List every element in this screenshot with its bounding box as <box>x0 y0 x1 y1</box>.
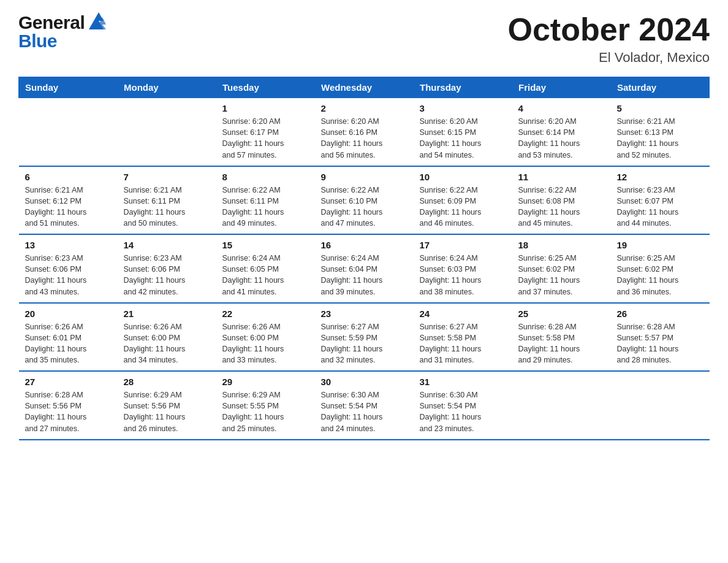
day-info: Sunrise: 6:25 AM Sunset: 6:02 PM Dayligh… <box>518 253 605 297</box>
day-info: Sunrise: 6:22 AM Sunset: 6:09 PM Dayligh… <box>420 185 506 229</box>
day-number: 8 <box>222 172 309 182</box>
day-info: Sunrise: 6:20 AM Sunset: 6:14 PM Dayligh… <box>518 116 605 161</box>
day-number: 15 <box>222 240 309 250</box>
day-number: 28 <box>124 377 210 387</box>
day-info: Sunrise: 6:22 AM Sunset: 6:11 PM Dayligh… <box>222 185 309 229</box>
day-number: 11 <box>518 172 605 182</box>
calendar-cell: 8Sunrise: 6:22 AM Sunset: 6:11 PM Daylig… <box>216 166 315 235</box>
calendar-cell <box>611 371 710 440</box>
day-number: 25 <box>518 308 605 319</box>
calendar-cell: 12Sunrise: 6:23 AM Sunset: 6:07 PM Dayli… <box>611 166 710 235</box>
calendar-cell: 24Sunrise: 6:27 AM Sunset: 5:58 PM Dayli… <box>414 303 512 372</box>
day-number: 22 <box>222 308 309 319</box>
day-number: 30 <box>321 377 408 387</box>
day-number: 7 <box>124 172 210 182</box>
day-number: 19 <box>617 240 703 250</box>
day-info: Sunrise: 6:28 AM Sunset: 5:57 PM Dayligh… <box>617 321 703 366</box>
calendar-cell: 7Sunrise: 6:21 AM Sunset: 6:11 PM Daylig… <box>118 166 216 235</box>
logo-general: General <box>18 13 85 32</box>
day-info: Sunrise: 6:29 AM Sunset: 5:56 PM Dayligh… <box>124 389 210 434</box>
day-number: 24 <box>420 308 506 319</box>
logo-icon <box>86 12 106 29</box>
day-info: Sunrise: 6:24 AM Sunset: 6:03 PM Dayligh… <box>420 253 506 297</box>
day-number: 14 <box>124 240 210 250</box>
calendar-cell: 14Sunrise: 6:23 AM Sunset: 6:06 PM Dayli… <box>118 234 216 303</box>
day-number: 10 <box>420 172 506 182</box>
day-info: Sunrise: 6:21 AM Sunset: 6:12 PM Dayligh… <box>25 185 112 229</box>
day-number: 13 <box>25 240 112 250</box>
calendar-cell: 27Sunrise: 6:28 AM Sunset: 5:56 PM Dayli… <box>19 371 118 440</box>
calendar-cell: 2Sunrise: 6:20 AM Sunset: 6:16 PM Daylig… <box>315 98 414 166</box>
day-info: Sunrise: 6:23 AM Sunset: 6:07 PM Dayligh… <box>617 185 703 229</box>
day-number: 9 <box>321 172 408 182</box>
day-info: Sunrise: 6:27 AM Sunset: 5:59 PM Dayligh… <box>321 321 408 366</box>
day-info: Sunrise: 6:28 AM Sunset: 5:58 PM Dayligh… <box>518 321 605 366</box>
calendar-week-row: 20Sunrise: 6:26 AM Sunset: 6:01 PM Dayli… <box>19 303 710 372</box>
calendar-cell: 1Sunrise: 6:20 AM Sunset: 6:17 PM Daylig… <box>216 98 315 166</box>
day-info: Sunrise: 6:24 AM Sunset: 6:04 PM Dayligh… <box>321 253 408 297</box>
day-number: 27 <box>25 377 112 387</box>
calendar-cell: 30Sunrise: 6:30 AM Sunset: 5:54 PM Dayli… <box>315 371 414 440</box>
page-header: General Blue October 2024 El Volador, Me… <box>18 12 710 66</box>
day-info: Sunrise: 6:25 AM Sunset: 6:02 PM Dayligh… <box>617 253 703 297</box>
day-number: 3 <box>420 103 506 113</box>
calendar-cell: 28Sunrise: 6:29 AM Sunset: 5:56 PM Dayli… <box>118 371 216 440</box>
day-info: Sunrise: 6:27 AM Sunset: 5:58 PM Dayligh… <box>420 321 506 366</box>
day-number: 29 <box>222 377 309 387</box>
weekday-header: Friday <box>512 77 611 98</box>
calendar-cell: 13Sunrise: 6:23 AM Sunset: 6:06 PM Dayli… <box>19 234 118 303</box>
day-info: Sunrise: 6:28 AM Sunset: 5:56 PM Dayligh… <box>25 389 112 434</box>
day-info: Sunrise: 6:21 AM Sunset: 6:11 PM Dayligh… <box>124 185 210 229</box>
day-number: 20 <box>25 308 112 319</box>
day-number: 26 <box>617 308 703 319</box>
day-number: 18 <box>518 240 605 250</box>
logo: General Blue <box>18 12 106 52</box>
calendar-cell: 5Sunrise: 6:21 AM Sunset: 6:13 PM Daylig… <box>611 98 710 166</box>
day-number: 12 <box>617 172 703 182</box>
calendar-cell: 19Sunrise: 6:25 AM Sunset: 6:02 PM Dayli… <box>611 234 710 303</box>
calendar-cell <box>118 98 216 166</box>
day-info: Sunrise: 6:30 AM Sunset: 5:54 PM Dayligh… <box>420 389 506 434</box>
day-number: 5 <box>617 103 703 113</box>
day-info: Sunrise: 6:26 AM Sunset: 6:01 PM Dayligh… <box>25 321 112 366</box>
day-number: 21 <box>124 308 210 319</box>
calendar-cell: 17Sunrise: 6:24 AM Sunset: 6:03 PM Dayli… <box>414 234 512 303</box>
calendar-cell: 3Sunrise: 6:20 AM Sunset: 6:15 PM Daylig… <box>414 98 512 166</box>
day-number: 1 <box>222 103 309 113</box>
day-info: Sunrise: 6:20 AM Sunset: 6:17 PM Dayligh… <box>222 116 309 161</box>
logo-blue: Blue <box>18 31 57 51</box>
calendar-cell: 29Sunrise: 6:29 AM Sunset: 5:55 PM Dayli… <box>216 371 315 440</box>
calendar-cell: 21Sunrise: 6:26 AM Sunset: 6:00 PM Dayli… <box>118 303 216 372</box>
calendar-cell: 20Sunrise: 6:26 AM Sunset: 6:01 PM Dayli… <box>19 303 118 372</box>
day-info: Sunrise: 6:21 AM Sunset: 6:13 PM Dayligh… <box>617 116 703 161</box>
day-info: Sunrise: 6:29 AM Sunset: 5:55 PM Dayligh… <box>222 389 309 434</box>
day-info: Sunrise: 6:22 AM Sunset: 6:08 PM Dayligh… <box>518 185 605 229</box>
day-info: Sunrise: 6:20 AM Sunset: 6:15 PM Dayligh… <box>420 116 506 161</box>
calendar-cell: 22Sunrise: 6:26 AM Sunset: 6:00 PM Dayli… <box>216 303 315 372</box>
calendar-table: SundayMondayTuesdayWednesdayThursdayFrid… <box>18 77 710 440</box>
calendar-cell: 4Sunrise: 6:20 AM Sunset: 6:14 PM Daylig… <box>512 98 611 166</box>
calendar-cell: 31Sunrise: 6:30 AM Sunset: 5:54 PM Dayli… <box>414 371 512 440</box>
calendar-week-row: 6Sunrise: 6:21 AM Sunset: 6:12 PM Daylig… <box>19 166 710 235</box>
day-number: 2 <box>321 103 408 113</box>
calendar-cell: 26Sunrise: 6:28 AM Sunset: 5:57 PM Dayli… <box>611 303 710 372</box>
day-info: Sunrise: 6:30 AM Sunset: 5:54 PM Dayligh… <box>321 389 408 434</box>
calendar-cell: 16Sunrise: 6:24 AM Sunset: 6:04 PM Dayli… <box>315 234 414 303</box>
calendar-cell: 6Sunrise: 6:21 AM Sunset: 6:12 PM Daylig… <box>19 166 118 235</box>
calendar-cell: 10Sunrise: 6:22 AM Sunset: 6:09 PM Dayli… <box>414 166 512 235</box>
calendar-location: El Volador, Mexico <box>508 50 710 66</box>
day-number: 31 <box>420 377 506 387</box>
day-number: 6 <box>25 172 112 182</box>
calendar-cell <box>512 371 611 440</box>
calendar-cell: 11Sunrise: 6:22 AM Sunset: 6:08 PM Dayli… <box>512 166 611 235</box>
day-number: 16 <box>321 240 408 250</box>
weekday-header: Sunday <box>19 77 118 98</box>
weekday-header: Thursday <box>414 77 512 98</box>
calendar-cell: 18Sunrise: 6:25 AM Sunset: 6:02 PM Dayli… <box>512 234 611 303</box>
weekday-header: Monday <box>118 77 216 98</box>
day-number: 17 <box>420 240 506 250</box>
calendar-week-row: 27Sunrise: 6:28 AM Sunset: 5:56 PM Dayli… <box>19 371 710 440</box>
day-info: Sunrise: 6:23 AM Sunset: 6:06 PM Dayligh… <box>25 253 112 297</box>
calendar-title: October 2024 <box>508 12 710 47</box>
calendar-week-row: 1Sunrise: 6:20 AM Sunset: 6:17 PM Daylig… <box>19 98 710 166</box>
